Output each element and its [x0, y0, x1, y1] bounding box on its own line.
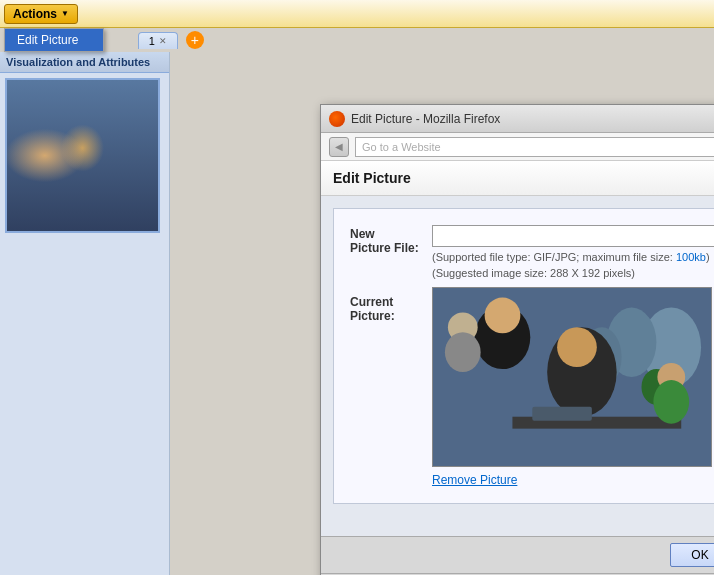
sidebar-photo — [5, 78, 160, 233]
ff-addressbar: ◀ Go to a Website — [321, 133, 714, 161]
sidebar-title: Visualization and Attributes — [0, 52, 169, 73]
tab-close-icon[interactable]: ✕ — [159, 36, 167, 46]
content-area: Edit Picture - Mozilla Firefox ─ □ ✕ ◀ G… — [170, 52, 714, 575]
file-row: New Picture File: Browse... (Supported f… — [350, 225, 714, 279]
current-picture-image — [432, 287, 712, 467]
back-button[interactable]: ◀ — [329, 137, 349, 157]
svg-rect-11 — [532, 407, 592, 421]
svg-point-9 — [557, 327, 597, 367]
app-header: User - sm 1 ✕ + — [0, 28, 714, 52]
dialog-title: Edit Picture - Mozilla Firefox — [351, 112, 500, 126]
hint1: (Supported file type: GIF/JPG; maximum f… — [432, 251, 714, 263]
tab-label: 1 — [149, 35, 155, 47]
ep-header: Edit Picture ? — [321, 161, 714, 196]
tab-1[interactable]: 1 ✕ — [138, 32, 178, 49]
ff-titlebar: Edit Picture - Mozilla Firefox ─ □ ✕ — [321, 105, 714, 133]
firefox-dialog: Edit Picture - Mozilla Firefox ─ □ ✕ ◀ G… — [320, 104, 714, 575]
file-input[interactable] — [432, 225, 714, 247]
ep-body: New Picture File: Browse... (Supported f… — [321, 196, 714, 536]
hint1-highlight: 100kb — [676, 251, 706, 263]
firefox-logo-icon — [329, 111, 345, 127]
actions-menu: Edit Picture — [4, 28, 104, 52]
page-title: Edit Picture — [333, 170, 411, 186]
picture-scene — [433, 287, 711, 467]
svg-point-7 — [485, 298, 521, 334]
edit-picture-item[interactable]: Edit Picture — [5, 29, 103, 51]
svg-point-17 — [653, 380, 689, 424]
current-content: Remove Picture — [432, 287, 714, 487]
sidebar: Visualization and Attributes — [0, 52, 170, 575]
file-label: New Picture File: — [350, 225, 420, 255]
new-tab-icon: + — [191, 32, 199, 48]
ok-button[interactable]: OK — [670, 543, 714, 567]
actions-dropdown[interactable]: Actions ▼ — [4, 4, 78, 24]
toolbar: Actions ▼ Edit Picture — [0, 0, 714, 28]
new-tab-button[interactable]: + — [186, 31, 204, 49]
edit-picture-section: New Picture File: Browse... (Supported f… — [333, 208, 714, 504]
file-input-row: Browse... — [432, 225, 714, 247]
current-label: Current Picture: — [350, 287, 420, 323]
url-bar[interactable]: Go to a Website — [355, 137, 714, 157]
ff-content: Edit Picture ? New Picture File: — [321, 161, 714, 575]
remove-picture-link[interactable]: Remove Picture — [432, 473, 517, 487]
hint2: (Suggested image size: 288 X 192 pixels) — [432, 267, 714, 279]
main-area: Visualization and Attributes Edit Pictur… — [0, 52, 714, 575]
picture-section: Current Picture: — [350, 287, 714, 487]
svg-point-13 — [445, 332, 481, 372]
url-text: Go to a Website — [362, 141, 441, 153]
ep-footer: OK Cancel — [321, 536, 714, 573]
actions-label: Actions — [13, 7, 57, 21]
dropdown-arrow-icon: ▼ — [61, 9, 69, 18]
file-controls: Browse... (Supported file type: GIF/JPG;… — [432, 225, 714, 279]
